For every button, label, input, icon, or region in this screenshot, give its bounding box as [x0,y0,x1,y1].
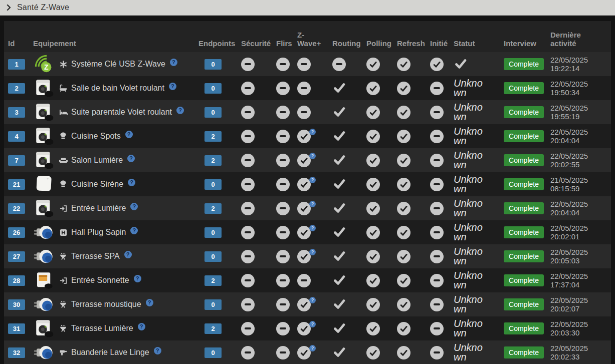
check-circle-icon [366,178,380,191]
table-row: 4 Cuisine Spots ? 2 ? Unknown Complete 2… [4,124,611,148]
table-header-row: Id Equipement Endpoints Sécurité Flirs Z… [4,21,611,52]
question-icon[interactable]: ? [309,153,316,159]
device-id-badge: 31 [8,323,25,334]
check-circle-icon: ? [297,322,316,335]
col-header-polling: Polling [366,39,397,48]
last-activity-time: 20:02:33 [550,352,607,361]
device-name-link[interactable]: Salon Lumière [71,156,123,165]
help-icon[interactable]: ? [130,203,138,210]
interview-status-badge: Complete [504,154,544,166]
bath-icon [59,84,68,93]
help-icon[interactable]: ? [127,155,135,162]
device-name-link[interactable]: Entrée Lumière [71,204,126,213]
table-row: 22 Entrée Lumière ? 2 ? Unknown Complete… [4,196,611,220]
minus-circle-icon [276,202,290,215]
module-box-device-image [33,197,55,219]
device-name-link[interactable]: Terrasse moustique [71,300,141,309]
check-circle-icon [397,82,411,95]
device-id-badge: 27 [8,251,25,262]
help-icon[interactable]: ? [146,299,153,306]
help-icon[interactable]: ? [176,107,184,114]
help-icon[interactable]: ? [170,59,177,66]
question-icon[interactable]: ? [309,321,316,327]
help-icon[interactable]: ? [154,347,161,354]
device-name-link[interactable]: Système Clé USB Z-Wave [71,60,165,69]
check-circle-icon: ? [297,298,316,311]
device-name-link[interactable]: Suite parentale Volet roulant [71,108,172,117]
table-row: 31 Terrasse Lumière ? 2 ? Unknown Comple… [4,316,611,340]
last-activity-time: 19:22:14 [550,64,607,73]
check-circle-icon [366,226,380,239]
col-header-derniere-activite: Dernière activité [550,31,607,48]
help-icon[interactable]: ? [124,251,132,258]
device-name-link[interactable]: Salle de bain Volet roulant [71,84,164,93]
last-activity-date: 22/05/2025 [550,128,607,136]
check-circle-icon: ? [297,154,316,167]
last-activity: 22/05/2025 20:04:04 [550,200,607,217]
device-name-link[interactable]: Terrasse SPA [71,252,120,261]
minus-circle-icon [241,130,255,143]
minus-circle-icon [430,250,444,263]
interview-status-badge: Complete [504,58,544,70]
check-circle-icon [366,130,380,143]
minus-circle-icon [430,274,444,287]
table-row: 32 Buanderie Lave Linge ? 0 ? Unknown Co… [4,340,611,364]
help-icon[interactable]: ? [169,83,176,90]
help-icon[interactable]: ? [128,179,135,186]
last-activity: 22/05/2025 20:03:30 [550,320,607,337]
grill-icon [59,324,68,333]
question-icon[interactable]: ? [309,129,316,135]
help-icon[interactable]: ? [138,323,145,330]
help-icon[interactable]: ? [125,131,133,138]
last-activity-time: 08:15:59 [550,184,607,193]
question-icon[interactable]: ? [309,201,316,207]
help-icon[interactable]: ? [134,275,141,282]
last-activity-date: 22/05/2025 [550,80,607,88]
check-circle-icon: ? [297,130,316,143]
check-icon [332,345,346,358]
chef-hat-icon [59,132,68,141]
module-box-device-image [33,149,55,171]
device-name-link[interactable]: Cuisine Sirène [71,180,123,189]
minus-circle-icon [297,82,311,95]
sign-in-icon [59,276,68,285]
interview-status-badge: Complete [504,346,544,358]
device-id-badge: 28 [8,275,25,286]
last-activity-date: 22/05/2025 [550,200,607,208]
question-icon[interactable]: ? [309,297,316,303]
check-icon [332,153,346,166]
endpoints-badge: 2 [204,275,222,286]
question-icon[interactable]: ? [309,345,316,351]
device-name-link[interactable]: Hall Plug Sapin [71,228,126,237]
device-id-badge: 21 [8,179,25,190]
last-activity: 22/05/2025 20:05:03 [550,248,607,265]
last-activity-time: 17:37:04 [550,280,607,289]
status-text: Unknown [454,151,490,170]
chevron-right-icon [6,5,12,11]
question-icon[interactable]: ? [309,177,316,183]
check-circle-icon [366,274,380,287]
col-header-flirs: Flirs [276,39,297,48]
check-circle-icon [397,58,411,71]
minus-circle-icon [276,178,290,191]
device-name-link[interactable]: Cuisine Spots [71,132,121,141]
last-activity: 21/05/2025 08:15:59 [550,176,607,193]
endpoints-badge: 0 [204,83,222,94]
question-icon[interactable]: ? [309,225,316,231]
device-name-link[interactable]: Terrasse Lumière [71,324,133,333]
col-header-id: Id [8,39,33,48]
col-header-zwave-plus: Z-Wave+ [297,31,332,48]
section-header-bar[interactable]: Santé Z-Wave [0,0,615,16]
question-icon[interactable]: ? [309,249,316,255]
minus-circle-icon [276,106,290,119]
minus-circle-icon [241,322,255,335]
col-header-statut: Statut [454,39,504,48]
help-icon[interactable]: ? [130,227,138,234]
device-name-link[interactable]: Buanderie Lave Linge [71,348,149,357]
device-name-link[interactable]: Entrée Sonnette [71,276,129,285]
check-circle-icon [397,178,411,191]
check-icon [332,321,346,334]
last-activity-date: 21/05/2025 [550,176,607,184]
status-text: Unknown [454,319,490,338]
last-activity-date: 22/05/2025 [550,224,607,232]
